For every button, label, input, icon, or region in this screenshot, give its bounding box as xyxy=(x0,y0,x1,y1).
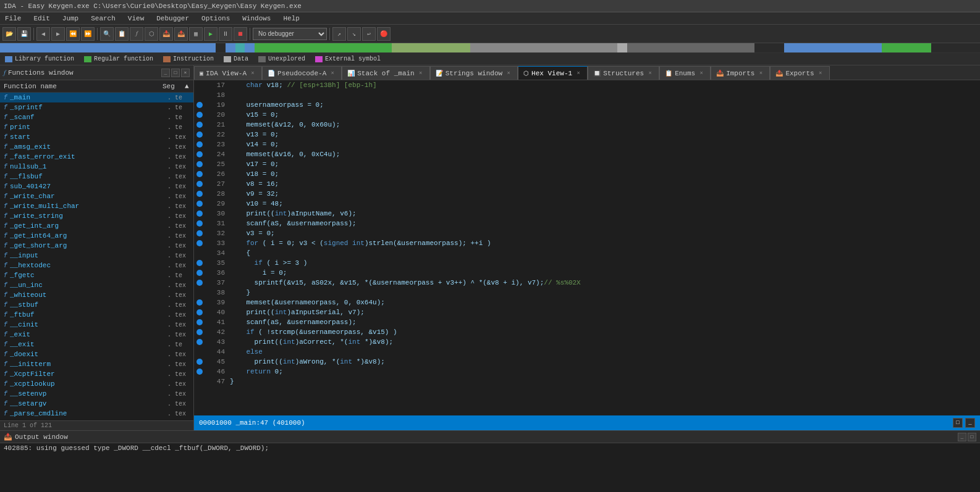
debugger-dropdown[interactable]: No debugger xyxy=(253,28,327,40)
tab-structures[interactable]: 🔲 Structures × xyxy=(588,66,659,80)
toolbar-open[interactable]: 📂 xyxy=(2,27,16,41)
menu-jump[interactable]: Jump xyxy=(60,15,81,22)
tab-close-strings[interactable]: × xyxy=(505,70,512,77)
code-line: 25 v17 = 0; xyxy=(194,159,980,169)
func-seg: . tex xyxy=(167,351,192,358)
function-row[interactable]: f __cinit . tex xyxy=(0,320,193,330)
output-area: 📤 Output window _ □ 402885: using guesse… xyxy=(0,430,980,461)
toolbar-refs[interactable]: 🔍 xyxy=(100,27,114,41)
functions-list[interactable]: f _main . te f _sprintf . te f _scanf . … xyxy=(0,93,193,420)
function-row[interactable]: f _fgetc . te xyxy=(0,270,193,280)
toolbar-step-into[interactable]: ↗ xyxy=(332,27,346,41)
tab-close-pseudocode[interactable]: × xyxy=(329,70,336,77)
function-row[interactable]: f _write_multi_char . tex xyxy=(0,201,193,211)
toolbar-back2[interactable]: ⏪ xyxy=(66,27,80,41)
func-seg: . tex xyxy=(167,203,192,210)
menu-file[interactable]: File xyxy=(2,15,23,22)
function-row[interactable]: f _exit . tex xyxy=(0,330,193,340)
toolbar-names[interactable]: 📋 xyxy=(115,27,129,41)
menu-debugger[interactable]: Debugger xyxy=(154,15,192,22)
code-area[interactable]: 17 char v18; // [esp+13Bh] [ebp-1h] 18 1… xyxy=(194,80,980,415)
toolbar-stop[interactable]: ⏹ xyxy=(234,27,247,41)
toolbar-run[interactable]: ▶ xyxy=(204,27,218,41)
functions-close[interactable]: × xyxy=(181,69,190,77)
function-row[interactable]: f __setenvp . tex xyxy=(0,389,193,399)
function-row[interactable]: f sub_401427 . tex xyxy=(0,181,193,191)
func-seg: . tex xyxy=(167,262,192,269)
function-row[interactable]: f _XcptFilter . tex xyxy=(0,369,193,379)
function-row[interactable]: f __input . tex xyxy=(0,251,193,261)
function-row[interactable]: f _ftbuf . tex xyxy=(0,310,193,320)
toolbar-hex[interactable]: ⬡ xyxy=(145,27,158,41)
function-row[interactable]: f _write_char . tex xyxy=(0,191,193,201)
function-row[interactable]: f print . te xyxy=(0,122,193,132)
menu-bar: File Edit Jump Search View Debugger Opti… xyxy=(0,12,980,25)
menu-help[interactable]: Help xyxy=(281,15,302,22)
tab-pseudocode[interactable]: 📄 Pseudocode-A × xyxy=(262,66,342,80)
menu-view[interactable]: View xyxy=(125,15,146,22)
function-row[interactable]: f __initterm . tex xyxy=(0,359,193,369)
menu-options[interactable]: Options xyxy=(199,15,232,22)
functions-minimize[interactable]: _ xyxy=(161,69,170,77)
menu-windows[interactable]: Windows xyxy=(240,15,273,22)
function-row[interactable]: f __un_inc . tex xyxy=(0,280,193,290)
tab-stack-main[interactable]: 📊 Stack of _main × xyxy=(342,66,429,80)
function-row[interactable]: f _sprintf . te xyxy=(0,102,193,112)
function-row[interactable]: f __exit . te xyxy=(0,340,193,349)
line-number: 26 xyxy=(206,170,225,178)
tab-ida-view[interactable]: ▣ IDA View-A × xyxy=(194,66,262,80)
toolbar-segs[interactable]: ▦ xyxy=(189,27,203,41)
function-row[interactable]: f nullsub_1 . tex xyxy=(0,162,193,172)
function-row[interactable]: f _amsg_exit . tex xyxy=(0,142,193,152)
menu-edit[interactable]: Edit xyxy=(31,15,52,22)
tab-strings[interactable]: 📝 Strings window × xyxy=(430,66,518,80)
output-minimize[interactable]: _ xyxy=(958,433,966,441)
tab-close-exports[interactable]: × xyxy=(817,70,824,77)
function-row[interactable]: f _get_short_arg . tex xyxy=(0,241,193,251)
menu-search[interactable]: Search xyxy=(88,15,118,22)
function-row[interactable]: f __setargv . tex xyxy=(0,399,193,409)
function-row[interactable]: f __hextodec . tex xyxy=(0,261,193,270)
function-row[interactable]: f _doexit . tex xyxy=(0,349,193,359)
tab-close-structures[interactable]: × xyxy=(646,70,654,77)
status-btn-1[interactable]: □ xyxy=(953,418,963,428)
toolbar-step-out[interactable]: ↩ xyxy=(362,27,376,41)
tab-exports[interactable]: 📤 Exports × xyxy=(770,66,829,80)
toolbar-save[interactable]: 💾 xyxy=(17,27,31,41)
color-seg-1 xyxy=(0,43,216,52)
toolbar-forward[interactable]: ▶ xyxy=(51,27,65,41)
tab-enums[interactable]: 📋 Enums × xyxy=(659,66,711,80)
function-row[interactable]: f _get_int_arg . tex xyxy=(0,221,193,231)
tab-imports[interactable]: 📥 Imports × xyxy=(711,66,770,80)
tab-close-hex-view[interactable]: × xyxy=(575,70,582,77)
status-btn-2[interactable]: _ xyxy=(965,418,975,428)
line-dot xyxy=(196,299,203,306)
tab-close-stack-main[interactable]: × xyxy=(417,70,425,77)
function-row[interactable]: f _whiteout . tex xyxy=(0,290,193,300)
function-row[interactable]: f _write_string . tex xyxy=(0,211,193,221)
function-row[interactable]: f _parse_cmdline . tex xyxy=(0,409,193,419)
toolbar-exports[interactable]: 📤 xyxy=(174,27,188,41)
toolbar-back[interactable]: ◀ xyxy=(36,27,50,41)
toolbar-breakpoint[interactable]: 🔴 xyxy=(377,27,391,41)
function-row[interactable]: f _get_int64_arg . tex xyxy=(0,231,193,241)
toolbar-imports[interactable]: 📥 xyxy=(159,27,173,41)
function-row[interactable]: f _xcptlookup . tex xyxy=(0,379,193,389)
tab-close-enums[interactable]: × xyxy=(698,70,705,77)
function-row[interactable]: f __flsbuf . tex xyxy=(0,172,193,181)
functions-icon: 𝑓 xyxy=(4,69,6,77)
function-row[interactable]: f _main . te xyxy=(0,93,193,102)
function-row[interactable]: f __stbuf . tex xyxy=(0,300,193,310)
toolbar-funcs[interactable]: 𝑓 xyxy=(130,27,143,41)
toolbar-pause[interactable]: ⏸ xyxy=(219,27,232,41)
tab-close-ida-view[interactable]: × xyxy=(249,70,256,77)
toolbar-step-over[interactable]: ↘ xyxy=(347,27,361,41)
functions-maximize[interactable]: □ xyxy=(171,69,180,77)
tab-close-imports[interactable]: × xyxy=(757,70,764,77)
function-row[interactable]: f start . tex xyxy=(0,132,193,142)
function-row[interactable]: f _fast_error_exit . tex xyxy=(0,152,193,162)
output-maximize[interactable]: □ xyxy=(968,433,976,441)
toolbar-forward2[interactable]: ⏩ xyxy=(81,27,95,41)
function-row[interactable]: f _scanf . te xyxy=(0,112,193,122)
tab-hex-view[interactable]: ⬡ Hex View-1 × xyxy=(518,66,588,80)
